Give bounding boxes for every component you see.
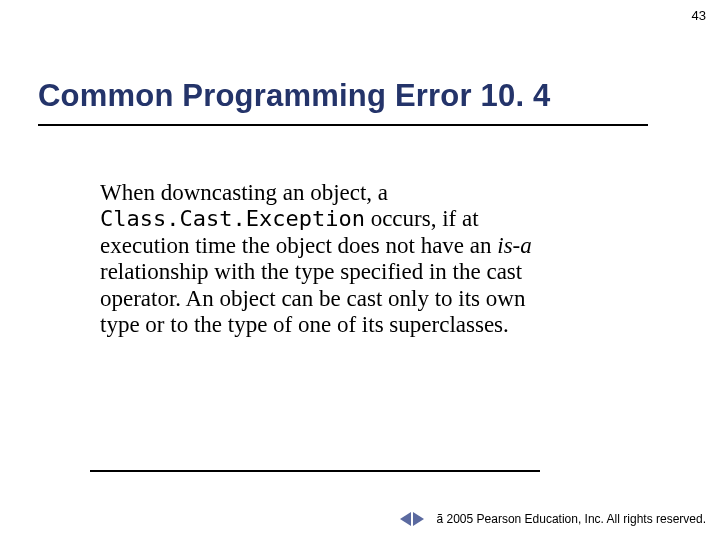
slide-heading: Common Programming Error 10. 4 — [38, 78, 550, 114]
body-isa: is-a — [497, 233, 532, 258]
nav-buttons — [400, 512, 424, 526]
heading-rule — [38, 124, 648, 126]
next-slide-icon[interactable] — [413, 512, 424, 526]
body-part3: relationship with the type specified in … — [100, 259, 525, 337]
bottom-rule — [90, 470, 540, 472]
body-code: Class.Cast.Exception — [100, 206, 365, 231]
footer: ã 2005 Pearson Education, Inc. All right… — [400, 512, 706, 526]
body-part1: When downcasting an object, a — [100, 180, 388, 205]
copyright-text: 2005 Pearson Education, Inc. All rights … — [443, 512, 706, 526]
footer-text: ã 2005 Pearson Education, Inc. All right… — [436, 512, 706, 526]
page-number: 43 — [692, 8, 706, 23]
prev-slide-icon[interactable] — [400, 512, 411, 526]
body-text: When downcasting an object, a Class.Cast… — [100, 180, 560, 339]
